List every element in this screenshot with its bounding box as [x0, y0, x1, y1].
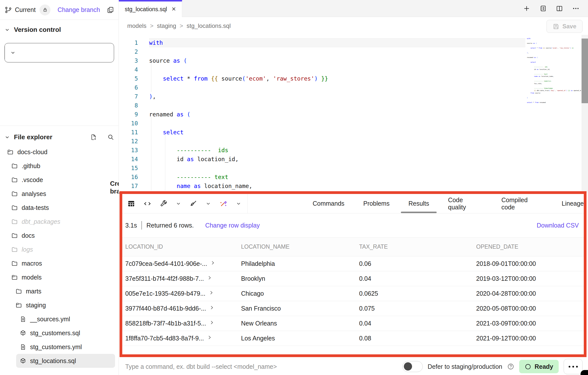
- preview-table-icon[interactable]: [127, 200, 135, 208]
- breadcrumb-item[interactable]: staging: [157, 22, 176, 29]
- chevron-down-icon[interactable]: [236, 201, 241, 206]
- results-tab-problems[interactable]: Problems: [363, 194, 390, 213]
- ellipsis-icon[interactable]: [572, 5, 580, 12]
- code-line-7[interactable]: 7),: [119, 92, 588, 101]
- results-tab-results[interactable]: Results: [408, 194, 429, 213]
- code-line-10[interactable]: 10: [119, 119, 588, 128]
- cell: 2019-03-12T00:00:00: [476, 275, 584, 282]
- code-line-12[interactable]: 12: [119, 137, 588, 146]
- tree-item-label: stg_customers.yml: [30, 343, 82, 351]
- tree-item-stg-customers-sql[interactable]: stg_customers.sql: [16, 326, 115, 340]
- cell: 0.08: [359, 335, 476, 342]
- column-header[interactable]: TAX_RATE: [359, 243, 476, 250]
- tree-item--vscode[interactable]: .vscode: [8, 173, 115, 187]
- editor-scrollbar[interactable]: [582, 35, 588, 193]
- results-tab-compiled-code[interactable]: Compiled code: [502, 194, 543, 213]
- file-explorer-header[interactable]: File explorer: [0, 131, 119, 145]
- code-editor[interactable]: 1with23source as (45 select * from {{ so…: [119, 35, 588, 193]
- chevron-down-icon[interactable]: [176, 201, 181, 206]
- code-line-5[interactable]: 5 select * from {{ source('ecom', 'raw_s…: [119, 74, 588, 83]
- column-header[interactable]: LOCATION_NAME: [241, 243, 359, 250]
- code-line-16[interactable]: 16 ---------- text: [119, 173, 588, 182]
- status-badge[interactable]: Ready: [519, 360, 559, 373]
- lint-broom-icon[interactable]: [189, 200, 197, 208]
- close-tab-icon[interactable]: ✕: [171, 6, 176, 12]
- tree-item-logs[interactable]: logs: [8, 242, 115, 256]
- breadcrumb-item[interactable]: models: [127, 22, 146, 29]
- minimap[interactable]: withsource as ( select * from {{ source(…: [527, 37, 581, 103]
- build-wrench-icon[interactable]: [160, 200, 168, 208]
- notebook-icon[interactable]: [539, 5, 547, 12]
- code-line-4[interactable]: 4: [119, 65, 588, 74]
- code-line-8[interactable]: 8: [119, 101, 588, 110]
- line-number: 12: [119, 137, 149, 146]
- tree-item-marts[interactable]: marts: [12, 284, 115, 298]
- tree-item--sources-yml[interactable]: __sources.yml: [16, 312, 115, 326]
- cell-value: Chicago: [241, 290, 264, 297]
- tree-item-docs-cloud[interactable]: docs-cloud: [3, 145, 115, 159]
- breadcrumb-item[interactable]: stg_locations.sql: [187, 22, 231, 29]
- scrollbar-thumb[interactable]: [582, 39, 588, 103]
- chevron-down-icon[interactable]: [206, 201, 211, 206]
- tree-item-docs[interactable]: docs: [8, 229, 115, 242]
- help-icon[interactable]: [507, 363, 514, 370]
- cell: Philadelphia: [241, 260, 359, 267]
- save-button[interactable]: Save: [546, 20, 583, 33]
- code-line-17[interactable]: 17 name as location_name,: [119, 182, 588, 190]
- new-file-icon[interactable]: [90, 134, 97, 141]
- tree-item-stg-customers-yml[interactable]: stg_customers.yml: [16, 340, 115, 354]
- tree-item-stg-locations-sql[interactable]: stg_locations.sql: [16, 354, 115, 368]
- line-content: renamed as (: [149, 110, 525, 119]
- code-line-3[interactable]: 3source as (: [119, 56, 588, 65]
- code-line-2[interactable]: 2: [119, 47, 588, 56]
- download-csv-link[interactable]: Download CSV: [537, 222, 579, 229]
- tree-item-analyses[interactable]: analyses: [8, 187, 115, 201]
- expand-chevron-icon[interactable]: [209, 290, 214, 295]
- tree-item-macros[interactable]: macros: [8, 256, 115, 270]
- defer-toggle[interactable]: [402, 361, 423, 372]
- code-line-15[interactable]: 15: [119, 164, 588, 173]
- compile-code-icon[interactable]: [143, 200, 151, 208]
- copy-icon[interactable]: [107, 6, 114, 14]
- results-tab-code-quality[interactable]: Code quality: [448, 194, 483, 213]
- expand-chevron-icon[interactable]: [210, 260, 215, 266]
- column-header[interactable]: LOCATION_ID: [125, 243, 241, 250]
- code-line-9[interactable]: 9renamed as (: [119, 110, 588, 119]
- tree-item-data-tests[interactable]: data-tests: [8, 201, 115, 215]
- code-line-6[interactable]: 6: [119, 83, 588, 92]
- command-input[interactable]: Type a command, ex. dbt build --select <…: [119, 363, 277, 370]
- expand-chevron-icon[interactable]: [207, 275, 212, 281]
- tree-item-dbt-packages[interactable]: dbt_packages: [8, 215, 115, 229]
- expand-chevron-icon[interactable]: [207, 335, 212, 340]
- column-header[interactable]: OPENED_DATE: [476, 243, 584, 250]
- ai-fix-wand-icon[interactable]: [219, 199, 228, 208]
- change-row-display-link[interactable]: Change row display: [205, 222, 260, 229]
- tree-item-staging[interactable]: staging: [12, 298, 115, 312]
- minimap-line: name as location_name,: [527, 75, 581, 78]
- change-branch-link[interactable]: Change branch: [57, 6, 100, 13]
- code-line-14[interactable]: 14 id as location_id,: [119, 155, 588, 164]
- code-line-11[interactable]: 11 select: [119, 128, 588, 137]
- model-icon: [20, 358, 26, 364]
- search-icon[interactable]: [107, 134, 114, 141]
- code-line-1[interactable]: 1with: [119, 38, 588, 47]
- tree-item--github[interactable]: .github: [8, 159, 115, 173]
- more-options-button[interactable]: [564, 359, 583, 374]
- expand-chevron-icon[interactable]: [209, 305, 214, 310]
- results-tab-commands[interactable]: Commands: [313, 194, 344, 213]
- create-branch-dropdown[interactable]: [5, 43, 21, 62]
- folder-open-icon: [15, 302, 22, 309]
- split-view-icon[interactable]: [556, 5, 563, 12]
- cell-value: 2019-03-12T00:00:00: [476, 275, 536, 282]
- tab-stg-locations[interactable]: stg_locations.sql ✕: [119, 0, 182, 17]
- tree-item-label: __sources.yml: [30, 316, 70, 323]
- line-number: 7: [119, 92, 149, 101]
- expand-chevron-icon[interactable]: [209, 320, 214, 325]
- code-line-13[interactable]: 13 ---------- ids: [119, 146, 588, 155]
- version-control-header[interactable]: Version control: [4, 26, 114, 34]
- minimap-line: ---------- text: [527, 73, 581, 75]
- tree-item-models[interactable]: models: [8, 270, 115, 284]
- plus-icon[interactable]: [523, 5, 530, 12]
- branch-locked-badge: [40, 4, 50, 15]
- results-tab-lineage[interactable]: Lineage: [562, 194, 584, 213]
